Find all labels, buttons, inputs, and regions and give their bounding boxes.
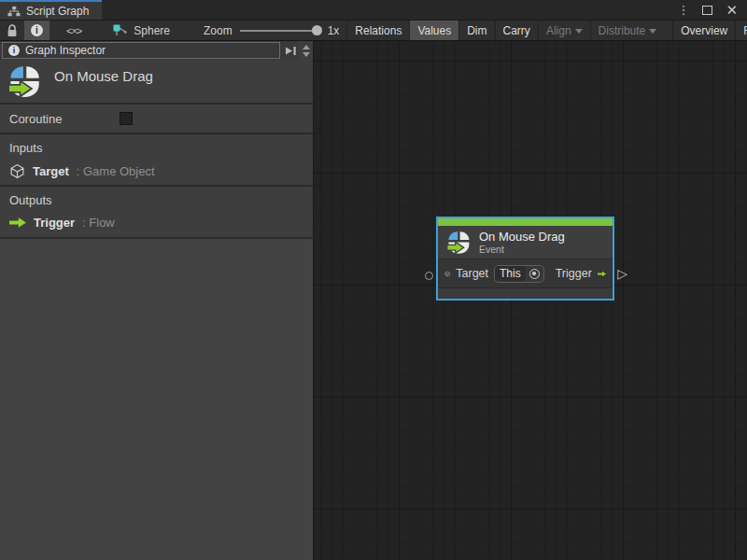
output-row-trigger: Trigger : Flow xyxy=(9,216,313,230)
inspector-toggle-button[interactable]: i xyxy=(24,21,49,40)
toolbar-button-relations[interactable]: Relations xyxy=(346,21,409,40)
coroutine-label: Coroutine xyxy=(9,112,120,126)
button-label: Values xyxy=(417,24,451,37)
coroutine-checkbox[interactable] xyxy=(120,112,133,125)
chevron-down-icon xyxy=(649,29,656,34)
dock-arrow-icon xyxy=(285,46,297,56)
window-close-icon[interactable]: ✕ xyxy=(726,6,738,15)
toolbar-button-values[interactable]: Values xyxy=(409,21,458,40)
button-label: Relations xyxy=(355,24,402,37)
lock-button[interactable] xyxy=(0,21,24,40)
object-picker-icon[interactable] xyxy=(529,269,540,279)
tab-bar: Script Graph ⋮ ✕ xyxy=(0,0,747,21)
toolbar-button-carry[interactable]: Carry xyxy=(495,21,538,40)
input-row-target: Target : Game Object xyxy=(9,163,313,179)
target-port-label: Target xyxy=(456,267,488,280)
tab-label: Script Graph xyxy=(26,5,89,18)
game-object-cube-icon xyxy=(9,163,25,179)
graph-hierarchy-icon xyxy=(7,6,21,17)
button-label: Distribute xyxy=(599,24,646,37)
graph-owner-reference[interactable]: Sphere xyxy=(98,21,179,40)
inspector-title: Graph Inspector xyxy=(25,44,106,57)
inputs-section: Inputs Target : Game Object xyxy=(0,134,313,187)
toolbar-button-dim[interactable]: Dim xyxy=(458,21,494,40)
graph-owner-label: Sphere xyxy=(134,24,170,37)
unit-title: On Mouse Drag xyxy=(54,68,153,84)
unity-script-graph-window: Script Graph ⋮ ✕ i <×> Sph xyxy=(0,0,747,560)
inspector-header-bar: i Graph Inspector xyxy=(0,41,313,60)
graph-toolbar: i <×> Sphere Zoom 1x Relations Values xyxy=(0,21,747,41)
target-value: This xyxy=(495,266,526,281)
outputs-header: Outputs xyxy=(9,193,313,207)
button-label: Full Screen xyxy=(743,24,747,37)
event-color-bar xyxy=(438,218,613,226)
node-footer xyxy=(438,288,613,299)
chevron-down-icon xyxy=(575,29,583,34)
inputs-header: Inputs xyxy=(9,141,313,155)
button-label: Overview xyxy=(681,24,727,37)
lock-icon xyxy=(7,24,18,37)
script-graph-asset-icon xyxy=(113,24,128,37)
input-type: : Game Object xyxy=(77,164,155,178)
on-mouse-drag-icon xyxy=(446,230,471,255)
toolbar-button-align[interactable]: Align xyxy=(538,21,590,40)
window-content: i Graph Inspector xyxy=(0,41,747,560)
node-header[interactable]: On Mouse Drag Event xyxy=(438,226,613,259)
graph-inspector-panel: i Graph Inspector xyxy=(0,41,314,560)
tab-script-graph[interactable]: Script Graph xyxy=(0,0,102,20)
node-title: On Mouse Drag xyxy=(479,230,565,244)
info-icon: i xyxy=(31,24,43,36)
window-maximize-icon[interactable] xyxy=(702,6,712,15)
zoom-label: Zoom xyxy=(204,24,233,37)
info-icon: i xyxy=(8,45,20,56)
input-port-connector[interactable] xyxy=(425,272,433,280)
on-mouse-drag-icon xyxy=(7,63,41,99)
window-menu-icon[interactable]: ⋮ xyxy=(677,3,689,17)
button-label: Dim xyxy=(467,24,486,37)
flow-arrow-icon xyxy=(598,268,606,280)
button-label: Carry xyxy=(503,24,530,37)
zoom-control: Zoom 1x xyxy=(179,21,346,40)
node-subtitle: Event xyxy=(479,244,565,255)
target-value-chip[interactable]: This xyxy=(494,265,544,283)
output-type: : Flow xyxy=(82,216,115,230)
graph-canvas[interactable]: On Mouse Drag Event Target This Tri xyxy=(314,41,747,560)
on-mouse-drag-node[interactable]: On Mouse Drag Event Target This Tri xyxy=(436,217,614,301)
toolbar-button-overview[interactable]: Overview xyxy=(672,21,735,40)
button-label: Align xyxy=(546,24,571,37)
input-name: Target xyxy=(33,164,69,178)
zoom-slider-knob[interactable] xyxy=(312,25,322,35)
node-ports-row: Target This Trigger xyxy=(438,259,613,287)
dock-panel-button[interactable] xyxy=(282,41,299,60)
tab-bar-spacer xyxy=(102,0,677,20)
zoom-slider[interactable] xyxy=(240,30,320,32)
spinner-down-icon[interactable] xyxy=(303,52,310,57)
spinner-up-icon[interactable] xyxy=(303,45,310,49)
output-port-connector[interactable]: ▷ xyxy=(617,266,627,281)
selected-unit-header: On Mouse Drag xyxy=(0,60,313,105)
output-name: Trigger xyxy=(34,216,75,230)
panel-scroll-spinner[interactable] xyxy=(299,41,313,60)
trigger-port-label: Trigger xyxy=(556,267,592,280)
coroutine-row: Coroutine xyxy=(0,105,313,134)
node-title-block: On Mouse Drag Event xyxy=(479,230,565,255)
toolbar-button-distribute[interactable]: Distribute xyxy=(590,21,665,40)
inspector-title-box: i Graph Inspector xyxy=(2,42,280,59)
toolbar-button-full-screen[interactable]: Full Screen xyxy=(735,21,747,40)
window-controls: ⋮ ✕ xyxy=(677,0,747,20)
code-view-button[interactable]: <×> xyxy=(49,21,98,40)
inspector-empty-area xyxy=(0,239,313,560)
game-object-cube-icon xyxy=(444,267,450,281)
zoom-value: 1x xyxy=(328,24,340,37)
flow-arrow-icon xyxy=(9,217,26,228)
outputs-section: Outputs Trigger : Flow xyxy=(0,187,313,239)
